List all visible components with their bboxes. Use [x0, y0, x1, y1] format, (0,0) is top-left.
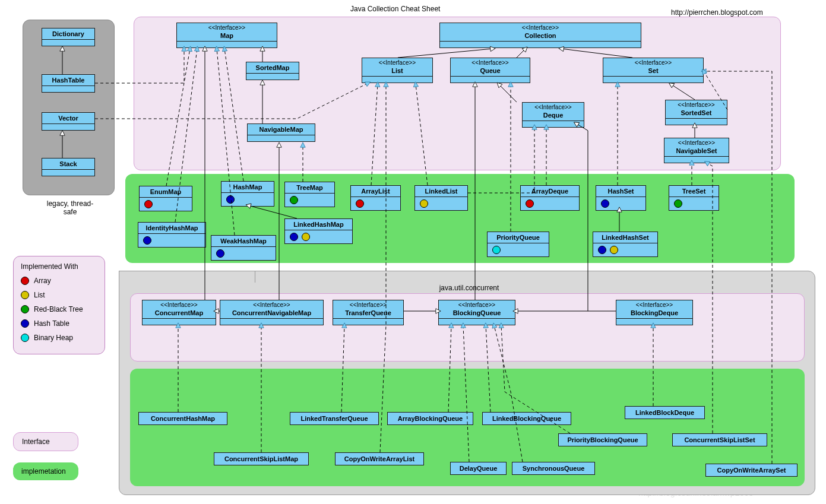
dot-hashtable-icon — [598, 246, 606, 254]
dot-array-icon — [21, 277, 29, 285]
dot-hashtable-icon — [143, 236, 151, 245]
class-linkedtransferqueue: LinkedTransferQueue — [290, 412, 379, 425]
class-concurrenthashmap: ConcurrentHashMap — [138, 412, 227, 425]
legend-item-hashtable: Hash Table — [21, 319, 97, 328]
iface-sortedmap: SortedMap — [246, 62, 299, 80]
dot-list-icon — [610, 246, 618, 254]
dot-array-icon — [144, 200, 153, 208]
class-priorityblockingqueue: PriorityBlockingQueue — [558, 433, 647, 446]
dot-array-icon — [356, 199, 364, 208]
class-copyonwritearraylist: CopyOnWriteArrayList — [335, 452, 424, 465]
class-vector: Vector — [42, 112, 95, 131]
legend-implemented-with: Implemented With Array List Red-Black Tr… — [13, 256, 105, 354]
dot-rbtree-icon — [21, 305, 29, 313]
class-concurrentskiplistmap: ConcurrentSkipListMap — [214, 452, 309, 465]
dot-hashtable-icon — [21, 319, 29, 328]
class-hashset: HashSet — [596, 185, 646, 211]
iface-concurrentnavigablemap: <<Interface>>ConcurrentNavigableMap — [220, 300, 324, 325]
class-arraydeque: ArrayDeque — [520, 185, 580, 211]
class-synchronousqueue: SynchronousQueue — [512, 462, 595, 475]
class-linkedblockingqueue: LinkedBlockingQueue — [482, 412, 571, 425]
dot-hashtable-icon — [216, 249, 224, 258]
class-treemap: TreeMap — [284, 182, 335, 207]
class-enummap: EnumMap — [139, 186, 192, 211]
iface-navigablemap: NavigableMap — [247, 123, 315, 142]
legend-item-heap: Binary Heap — [21, 334, 97, 342]
legend-item-rbtree: Red-Black Tree — [21, 305, 97, 313]
class-hashmap: HashMap — [221, 181, 274, 207]
iface-blockingdeque: <<Interface>>BlockingDeque — [616, 300, 693, 325]
class-stack: Stack — [42, 158, 95, 176]
dot-list-icon — [420, 199, 428, 208]
iface-collection: <<Interface>>Collection — [439, 23, 641, 48]
class-weakhashmap: WeakHashMap — [211, 235, 276, 261]
legend-title: Implemented With — [21, 262, 97, 271]
iface-set: <<Interface>>Set — [603, 58, 704, 83]
iface-concurrentmap: <<Interface>>ConcurrentMap — [142, 300, 216, 325]
class-linkedhashmap: LinkedHashMap — [284, 218, 353, 244]
legend-swatch-interface: Interface — [13, 432, 78, 451]
region-legacy-label: legacy, thread-safe — [40, 199, 100, 216]
class-hashtable: HashTable — [42, 74, 95, 93]
dot-heap-icon — [21, 334, 29, 342]
legend-swatch-impl: implemetation — [13, 462, 78, 480]
dot-list-icon — [302, 233, 310, 241]
dot-list-icon — [21, 291, 29, 299]
class-arrayblockingqueue: ArrayBlockingQueue — [387, 412, 473, 425]
dot-rbtree-icon — [290, 196, 298, 204]
class-copyonwritearrayset: CopyOnWriteArraySet — [705, 464, 797, 477]
iface-transferqueue: <<Interface>>TransferQueue — [333, 300, 404, 325]
iface-navigableset: <<Interface>>NavigableSet — [664, 138, 729, 163]
class-treeset: TreeSet — [669, 185, 719, 211]
dot-hashtable-icon — [226, 195, 235, 204]
region-concurrent-label: java.util.concurrent — [428, 284, 511, 292]
credit-link: http://pierrchen.blogspot.com — [671, 8, 763, 17]
iface-sortedset: <<Interface>>SortedSet — [665, 100, 727, 125]
class-priorityqueue: PriorityQueue — [487, 232, 549, 257]
iface-deque: <<Interface>>Deque — [522, 102, 584, 128]
iface-blockingqueue: <<Interface>>BlockingQueue — [438, 300, 515, 325]
class-linkedlist: LinkedList — [414, 185, 468, 211]
class-linkedhashset: LinkedHashSet — [593, 232, 658, 257]
iface-list: <<Interface>>List — [362, 58, 433, 83]
dot-hashtable-icon — [601, 199, 609, 208]
class-concurrentskiplistset: ConcurrentSkipListSet — [672, 433, 767, 446]
page-title: Java Collection Cheat Sheet — [350, 5, 440, 13]
iface-queue: <<Interface>>Queue — [450, 58, 530, 83]
class-delayqueue: DelayQueue — [450, 462, 507, 475]
class-arraylist: ArrayList — [350, 185, 401, 211]
class-identityhashmap: IdentityHashMap — [138, 222, 206, 248]
class-linkedblockdeque: LinkedBlockDeque — [625, 406, 705, 419]
dot-array-icon — [526, 199, 534, 208]
legend-item-array: Array — [21, 277, 97, 285]
dot-hashtable-icon — [290, 233, 298, 241]
iface-map: <<Interface>>Map — [176, 23, 277, 48]
dot-rbtree-icon — [674, 199, 682, 208]
dot-heap-icon — [492, 246, 501, 254]
class-dictionary: Dictionary — [42, 28, 95, 46]
legend-item-list: List — [21, 291, 97, 299]
